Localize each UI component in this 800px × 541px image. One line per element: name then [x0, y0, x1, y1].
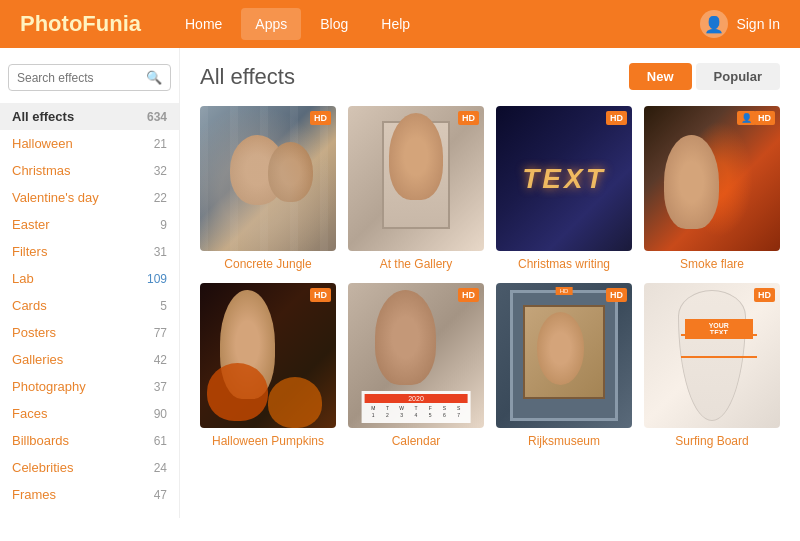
hd-badge: HD — [754, 288, 775, 302]
main-nav: Home Apps Blog Help — [171, 8, 700, 40]
search-input[interactable] — [17, 71, 140, 85]
sidebar-item-count: 22 — [154, 191, 167, 205]
sidebar-item-label: Photography — [12, 379, 86, 394]
effect-card-halloween-pumpkins[interactable]: HD Halloween Pumpkins — [200, 283, 336, 448]
logo-photo: Photo — [20, 11, 82, 36]
hd-badge: HD — [754, 111, 775, 125]
page-title: All effects — [200, 64, 295, 90]
sign-in-button[interactable]: 👤 Sign In — [700, 10, 780, 38]
sidebar-item-label: Posters — [12, 325, 56, 340]
sidebar-item-label: Halloween — [12, 136, 73, 151]
logo[interactable]: PhotoFunia — [20, 11, 141, 37]
sidebar-item-celebrities[interactable]: Celebrities 24 — [0, 454, 179, 481]
sidebar-item-galleries[interactable]: Galleries 42 — [0, 346, 179, 373]
search-box[interactable]: 🔍 — [8, 64, 171, 91]
hd-badge: HD — [458, 288, 479, 302]
effects-grid: HD Concrete Jungle HD At the Gallery TEX… — [200, 106, 780, 448]
logo-funia: Funia — [82, 11, 141, 36]
main-header: All effects New Popular — [200, 63, 780, 90]
effect-thumbnail: YOUR TEXT HD — [644, 283, 780, 428]
sidebar-item-count: 77 — [154, 326, 167, 340]
sidebar-item-label: Filters — [12, 244, 47, 259]
sort-new-button[interactable]: New — [629, 63, 692, 90]
effect-card-at-the-gallery[interactable]: HD At the Gallery — [348, 106, 484, 271]
effect-text-overlay: TEXT — [522, 163, 606, 195]
sidebar-item-label: All effects — [12, 109, 74, 124]
sidebar-item-count: 32 — [154, 164, 167, 178]
sidebar-item-count: 9 — [160, 218, 167, 232]
effect-card-concrete-jungle[interactable]: HD Concrete Jungle — [200, 106, 336, 271]
sidebar-item-count: 21 — [154, 137, 167, 151]
sort-buttons: New Popular — [629, 63, 780, 90]
page-layout: 🔍 All effects 634 Halloween 21 Christmas… — [0, 48, 800, 518]
effect-name: Calendar — [348, 434, 484, 448]
sidebar-item-label: Galleries — [12, 352, 63, 367]
sidebar-item-faces[interactable]: Faces 90 — [0, 400, 179, 427]
sidebar-item-halloween[interactable]: Halloween 21 — [0, 130, 179, 157]
nav-home[interactable]: Home — [171, 8, 236, 40]
sidebar-item-label: Easter — [12, 217, 50, 232]
sign-in-label: Sign In — [736, 16, 780, 32]
sidebar-item-count: 5 — [160, 299, 167, 313]
nav-apps[interactable]: Apps — [241, 8, 301, 40]
header: PhotoFunia Home Apps Blog Help 👤 Sign In — [0, 0, 800, 48]
nav-help[interactable]: Help — [367, 8, 424, 40]
nav-blog[interactable]: Blog — [306, 8, 362, 40]
sidebar-item-easter[interactable]: Easter 9 — [0, 211, 179, 238]
sidebar-item-frames[interactable]: Frames 47 — [0, 481, 179, 508]
sidebar-item-label: Frames — [12, 487, 56, 502]
sidebar-item-count: 61 — [154, 434, 167, 448]
sidebar-item-count: 90 — [154, 407, 167, 421]
sidebar-item-cards[interactable]: Cards 5 — [0, 292, 179, 319]
hd-badge: HD — [310, 111, 331, 125]
sidebar-item-count: 42 — [154, 353, 167, 367]
sidebar-item-filters[interactable]: Filters 31 — [0, 238, 179, 265]
user-badge: 👤 — [737, 111, 756, 125]
hd-badge: HD — [458, 111, 479, 125]
effect-name: At the Gallery — [348, 257, 484, 271]
calendar-overlay: 2020 MTWTFSS 1234567 — [362, 391, 471, 423]
sidebar-item-count: 109 — [147, 272, 167, 286]
effect-card-christmas-writing[interactable]: TEXT HD Christmas writing — [496, 106, 632, 271]
sidebar-item-count: 31 — [154, 245, 167, 259]
effect-name: Smoke flare — [644, 257, 780, 271]
effect-thumbnail: 2020 MTWTFSS 1234567 HD — [348, 283, 484, 428]
sidebar-item-label: Faces — [12, 406, 47, 421]
sidebar-item-valentines[interactable]: Valentine's day 22 — [0, 184, 179, 211]
sidebar-item-count: 47 — [154, 488, 167, 502]
effect-card-rijksmuseum[interactable]: HD HD Rijksmuseum — [496, 283, 632, 448]
effect-name: Halloween Pumpkins — [200, 434, 336, 448]
sidebar-item-photography[interactable]: Photography 37 — [0, 373, 179, 400]
sidebar-item-count: 37 — [154, 380, 167, 394]
user-icon: 👤 — [700, 10, 728, 38]
sidebar-item-all-effects[interactable]: All effects 634 — [0, 103, 179, 130]
sidebar-item-count: 634 — [147, 110, 167, 124]
sidebar-item-count: 24 — [154, 461, 167, 475]
sidebar-item-label: Cards — [12, 298, 47, 313]
sidebar-item-billboards[interactable]: Billboards 61 — [0, 427, 179, 454]
effect-thumbnail: HD 👤 — [644, 106, 780, 251]
search-icon[interactable]: 🔍 — [146, 70, 162, 85]
hd-badge: HD — [606, 288, 627, 302]
sidebar-item-label: Billboards — [12, 433, 69, 448]
effect-thumbnail: HD HD — [496, 283, 632, 428]
effect-name: Surfing Board — [644, 434, 780, 448]
sidebar-item-label: Lab — [12, 271, 34, 286]
effect-name: Christmas writing — [496, 257, 632, 271]
effect-card-smoke-flare[interactable]: HD 👤 Smoke flare — [644, 106, 780, 271]
effect-name: Concrete Jungle — [200, 257, 336, 271]
effect-thumbnail: HD — [200, 106, 336, 251]
sort-popular-button[interactable]: Popular — [696, 63, 780, 90]
sidebar-item-lab[interactable]: Lab 109 — [0, 265, 179, 292]
sidebar: 🔍 All effects 634 Halloween 21 Christmas… — [0, 48, 180, 518]
hd-badge: HD — [310, 288, 331, 302]
effect-thumbnail: TEXT HD — [496, 106, 632, 251]
sidebar-item-posters[interactable]: Posters 77 — [0, 319, 179, 346]
hd-badge: HD — [606, 111, 627, 125]
effect-card-surfing-board[interactable]: YOUR TEXT HD Surfing Board — [644, 283, 780, 448]
sidebar-item-christmas[interactable]: Christmas 32 — [0, 157, 179, 184]
sidebar-item-label: Valentine's day — [12, 190, 99, 205]
effect-card-calendar[interactable]: 2020 MTWTFSS 1234567 HD Calendar — [348, 283, 484, 448]
sidebar-item-label: Christmas — [12, 163, 71, 178]
sidebar-item-label: Celebrities — [12, 460, 73, 475]
